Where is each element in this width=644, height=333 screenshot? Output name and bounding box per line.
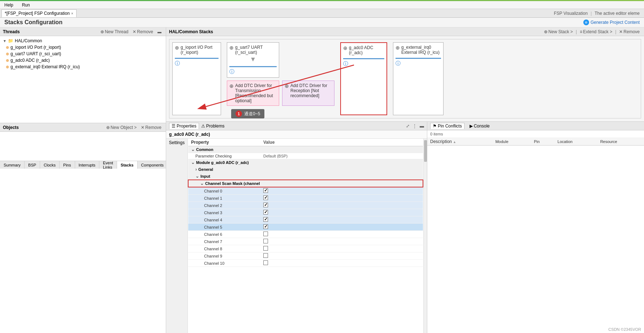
tab-properties[interactable]: ☰ Properties <box>169 123 199 129</box>
generate-project-content-button[interactable]: ⊕ Generate Project Content <box>583 20 640 25</box>
problems-icon: ⚠ <box>201 124 205 129</box>
prop-value-cell[interactable] <box>260 238 423 245</box>
stack-card-adc0[interactable]: ⊕ g_adc0 ADC (r_adc) ⓘ <box>340 42 387 115</box>
tab-clocks[interactable]: Clocks <box>40 161 60 169</box>
tab-interrupts[interactable]: Interrupts <box>75 161 99 169</box>
prop-value-cell[interactable] <box>260 202 423 209</box>
new-object-button[interactable]: ⊕ New Object > <box>105 125 138 130</box>
folder-icon: 📁 <box>8 38 13 43</box>
threads-section-header: Threads ⊕ New Thread ✕ Remove ▬ <box>0 27 166 36</box>
checkbox-checked[interactable] <box>263 210 268 215</box>
prop-value-cell[interactable] <box>260 260 423 267</box>
table-row[interactable]: Channel 9 <box>188 252 423 260</box>
table-row[interactable]: Channel 5 <box>188 224 423 231</box>
prop-value-cell[interactable] <box>260 195 423 202</box>
bottom-tabs: Summary BSP Clocks Pins Interrupts Event… <box>0 161 166 169</box>
objects-section-header: Objects ⊕ New Object > ✕ Remove <box>0 123 166 132</box>
new-stack-icon: ⊕ <box>544 29 548 34</box>
fsp-tab[interactable]: *[FSP_Project] FSP Configuration × <box>1 9 77 17</box>
tab-problems[interactable]: ⚠ Problems <box>199 123 227 129</box>
extend-stack-button[interactable]: ≡ Extend Stack > <box>578 29 614 35</box>
stack-card-uart7[interactable]: ⊕ g_uart7 UART (r_sci_uart) ▼ ⓘ <box>227 42 279 78</box>
menu-help[interactable]: Help <box>3 2 15 8</box>
threads-remove-button[interactable]: ✕ Remove <box>131 29 155 35</box>
tree-item-hal-common[interactable]: ▼ 📁 HAL/Common <box>0 38 166 44</box>
table-row[interactable]: Parameter CheckingDefault (BSP) <box>188 153 423 159</box>
prop-value-cell[interactable] <box>260 216 423 224</box>
tab-console[interactable]: ▶ Console <box>467 123 492 129</box>
tab-bsp[interactable]: BSP <box>25 161 40 169</box>
table-row[interactable]: Channel 1 <box>188 195 423 202</box>
table-row[interactable]: Channel 3 <box>188 209 423 216</box>
props-menu-button[interactable]: ⋮ <box>412 124 417 129</box>
tree-item-adc0[interactable]: ⊕ g_adc0 ADC (r_adc) <box>0 57 166 64</box>
tab-event-links[interactable]: Event Links <box>99 161 117 169</box>
table-row: ⌄Common <box>188 146 423 153</box>
tab-pins[interactable]: Pins <box>60 161 75 169</box>
props-minimize-button[interactable]: ▬ <box>420 124 424 129</box>
new-thread-button[interactable]: ⊕ New Thread <box>99 29 130 35</box>
tab-pin-conflicts[interactable]: ⚑ Pin Conflicts <box>430 123 464 129</box>
props-table: Property Value ⌄CommonParameter Checking… <box>188 139 423 267</box>
threads-actions: ⊕ New Thread ✕ Remove ▬ <box>99 29 163 35</box>
new-stack-button[interactable]: ⊕ New Stack > <box>543 29 574 35</box>
table-row[interactable]: Channel 4 <box>188 216 423 224</box>
stack-card-irq0[interactable]: ⊕ g_external_irq0 External IRQ (r_icu) ⓘ <box>393 42 444 115</box>
table-row[interactable]: Channel 6 <box>188 231 423 238</box>
menu-run[interactable]: Run <box>21 2 31 8</box>
prop-name-cell: Channel 3 <box>188 209 260 216</box>
tree-item-uart7[interactable]: ⊕ g_uart7 UART (r_sci_uart) <box>0 51 166 57</box>
prop-value-cell[interactable] <box>260 245 423 252</box>
pin-table-header: Description ▲ Module Pin Location Resour… <box>427 138 644 146</box>
tab-close-icon[interactable]: × <box>71 12 73 16</box>
checkbox-unchecked[interactable] <box>263 260 268 265</box>
tab-stacks[interactable]: Stacks <box>117 161 137 169</box>
prop-value-cell[interactable]: Default (BSP) <box>260 153 423 159</box>
checkbox-unchecked[interactable] <box>263 239 268 243</box>
props-scroll-area[interactable]: Property Value ⌄CommonParameter Checking… <box>188 139 423 333</box>
tab-components[interactable]: Components <box>138 161 168 169</box>
stack-card-ioport[interactable]: ⊕ g_ioport I/O Port (r_ioport) ⓘ <box>172 42 221 115</box>
checkbox-checked[interactable] <box>263 188 268 193</box>
new-thread-icon: ⊕ <box>100 29 104 34</box>
table-row[interactable]: Channel 10 <box>188 260 423 267</box>
table-row[interactable]: Channel 0 <box>188 187 423 195</box>
sub-card-dtc-tx-title: ⊕ Add DTC Driver for Transmission [Recom… <box>229 83 277 103</box>
table-row[interactable]: Channel 7 <box>188 238 423 245</box>
tab-summary[interactable]: Summary <box>0 161 25 169</box>
props-scrollbar[interactable] <box>423 139 427 333</box>
table-row: ⌄Module g_adc0 ADC (r_adc) <box>188 159 423 166</box>
tab-label: *[FSP_Project] FSP Configuration <box>5 11 70 16</box>
generate-icon: ⊕ <box>583 20 589 25</box>
prop-value-cell[interactable] <box>260 252 423 260</box>
tree-item-irq0[interactable]: ⊕ g_external_irq0 External IRQ (r_icu) <box>0 64 166 70</box>
prop-value-cell[interactable] <box>260 187 423 195</box>
props-maximize-button[interactable]: ⤢ <box>406 124 410 129</box>
sub-card-dtc-rx[interactable]: ⊕ Add DTC Driver for Reception [Not reco… <box>282 81 334 106</box>
sub-cards-row: ⊕ Add DTC Driver for Transmission [Recom… <box>227 81 334 106</box>
tree-item-ioport[interactable]: ⊕ g_ioport I/O Port (r_ioport) <box>0 44 166 51</box>
sub-card-dtc-tx[interactable]: ⊕ Add DTC Driver for Transmission [Recom… <box>227 81 279 106</box>
sort-arrow-desc: ▲ <box>453 140 456 144</box>
checkbox-unchecked[interactable] <box>263 232 268 236</box>
prop-value-cell[interactable] <box>260 209 423 216</box>
new-object-icon: ⊕ <box>106 125 110 130</box>
info-icon-adc0[interactable]: ⓘ <box>343 61 348 67</box>
console-icon: ▶ <box>470 124 473 129</box>
checkbox-checked[interactable] <box>263 203 268 207</box>
table-row[interactable]: Channel 8 <box>188 245 423 252</box>
prop-value-cell[interactable] <box>260 231 423 238</box>
threads-collapse-button[interactable]: ▬ <box>156 29 163 35</box>
info-icon-irq0[interactable]: ⓘ <box>396 60 401 67</box>
checkbox-unchecked[interactable] <box>263 246 268 251</box>
table-row[interactable]: Channel 2 <box>188 202 423 209</box>
checkbox-checked[interactable] <box>263 224 268 229</box>
hal-remove-button[interactable]: ✕ Remove <box>618 29 641 35</box>
info-icon-ioport[interactable]: ⓘ <box>175 60 180 67</box>
info-icon-uart7[interactable]: ⓘ <box>229 69 234 75</box>
checkbox-checked[interactable] <box>263 195 268 200</box>
checkbox-unchecked[interactable] <box>263 253 268 258</box>
checkbox-checked[interactable] <box>263 217 268 222</box>
objects-remove-button[interactable]: ✕ Remove <box>139 125 163 130</box>
prop-value-cell[interactable] <box>260 224 423 231</box>
